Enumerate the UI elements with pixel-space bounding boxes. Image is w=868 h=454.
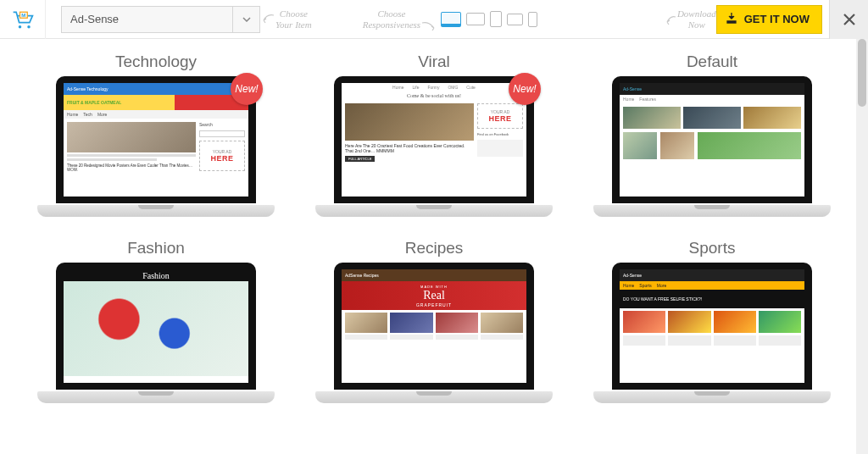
device-desktop-icon[interactable] (441, 12, 461, 27)
device-tablet-landscape-icon[interactable] (507, 14, 523, 25)
hint-choose-item: Choose Your Item (275, 8, 312, 29)
chevron-down-icon (232, 7, 259, 32)
top-toolbar: M Ad-Sense Choose Your Item Choose Respo… (0, 0, 868, 39)
laptop-mockup: Ad-Sense HomeSportsMore DO YOU WANT A FR… (593, 263, 831, 415)
card-title: Recipes (312, 239, 556, 257)
demo-screen: HomeLifeFunnyOMGCute Come & be social wi… (342, 83, 526, 197)
get-it-now-button[interactable]: GET IT NOW (716, 5, 822, 34)
demo-screen: Ad-Sense HomeSportsMore DO YOU WANT A FR… (620, 269, 804, 383)
new-badge: New! (509, 73, 541, 105)
laptop-mockup: Fashion (37, 263, 275, 415)
arrow-icon (665, 14, 677, 25)
new-badge: New! (231, 73, 263, 105)
card-title: Default (590, 53, 834, 71)
scrollbar-thumb[interactable] (858, 39, 866, 107)
demo-gallery: Technology Ad-Sense Technology FRUIT & M… (0, 39, 868, 449)
item-dropdown[interactable]: Ad-Sense (61, 6, 260, 33)
device-preview-switcher (441, 11, 537, 27)
close-icon (842, 12, 857, 27)
svg-point-0 (18, 25, 21, 29)
laptop-mockup: HomeLifeFunnyOMGCute Come & be social wi… (315, 76, 553, 229)
demo-screen: Ad-Sense HomeFeatures (620, 83, 804, 197)
demo-card-viral[interactable]: Viral HomeLifeFunnyOMGCute Come & be soc… (312, 53, 556, 229)
vertical-scrollbar[interactable] (856, 39, 868, 454)
demo-card-recipes[interactable]: Recipes AdSense Recipes MADE WITH Real G… (312, 239, 556, 415)
device-phone-icon[interactable] (528, 12, 537, 27)
hint-choose-responsiveness: Choose Responsiveness (363, 8, 420, 29)
hint-download-now: Download Now (677, 8, 716, 29)
download-icon (726, 12, 737, 26)
svg-point-1 (27, 25, 31, 29)
card-title: Sports (590, 239, 834, 257)
card-title: Fashion (34, 239, 278, 257)
svg-text:M: M (21, 12, 25, 18)
laptop-mockup: Ad-Sense HomeFeatures (593, 76, 831, 229)
demo-card-technology[interactable]: Technology Ad-Sense Technology FRUIT & M… (34, 53, 278, 229)
demo-card-sports[interactable]: Sports Ad-Sense HomeSportsMore DO YOU WA… (590, 239, 834, 415)
cart-logo-icon: M (11, 8, 35, 30)
demo-card-default[interactable]: Default Ad-Sense HomeFeatures (590, 53, 834, 229)
device-tablet-portrait-icon[interactable] (490, 11, 502, 27)
brand-logo[interactable]: M (0, 0, 46, 39)
device-laptop-icon[interactable] (466, 13, 485, 25)
get-it-now-label: GET IT NOW (744, 13, 810, 25)
laptop-mockup: AdSense Recipes MADE WITH Real GRAPEFRUI… (315, 263, 553, 415)
demo-screen: Fashion (64, 269, 248, 383)
dropdown-value: Ad-Sense (62, 13, 232, 25)
card-title: Technology (34, 53, 278, 71)
demo-card-fashion[interactable]: Fashion Fashion (34, 239, 278, 415)
card-title: Viral (312, 53, 556, 71)
close-button[interactable] (829, 0, 868, 39)
demo-screen: Ad-Sense Technology FRUIT & MAPLE OATMEA… (64, 83, 248, 197)
arrow-icon (420, 19, 436, 31)
demo-screen: AdSense Recipes MADE WITH Real GRAPEFRUI… (342, 269, 526, 383)
arrow-icon (262, 12, 275, 24)
laptop-mockup: Ad-Sense Technology FRUIT & MAPLE OATMEA… (37, 76, 275, 229)
